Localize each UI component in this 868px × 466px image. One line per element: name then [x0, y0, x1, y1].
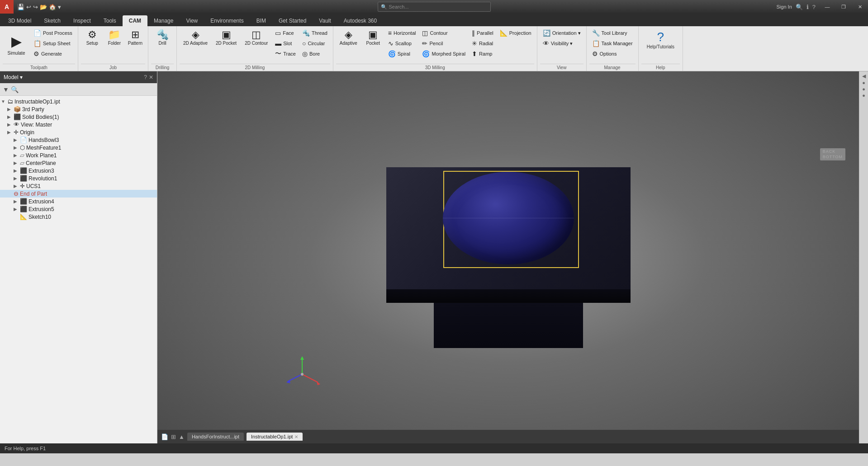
maximize-button[interactable]: ❐: [835, 0, 852, 14]
expand-view-master-icon[interactable]: ▶: [7, 122, 14, 127]
tab-inspect[interactable]: Inspect: [67, 15, 97, 26]
panel-title[interactable]: Model ▾: [4, 74, 23, 80]
expand-handsbowl3-icon[interactable]: ▶: [14, 137, 20, 142]
expand-revolution1-icon[interactable]: ▶: [14, 176, 20, 181]
quick-access-toolbar[interactable]: 💾 ↩ ↪ 📂 🏠 ▾: [14, 4, 65, 10]
close-button[interactable]: ✕: [852, 0, 868, 14]
tab-vault[interactable]: Vault: [313, 15, 337, 26]
open-icon[interactable]: 📂: [40, 4, 47, 10]
spiral-button[interactable]: 🌀 Spiral: [385, 49, 419, 59]
search-bar[interactable]: 🔍 Search...: [378, 2, 491, 12]
expand-3rd-party-icon[interactable]: ▶: [7, 107, 14, 112]
options-button[interactable]: ⚙ Options: [589, 49, 636, 59]
projection-button[interactable]: 📐 Projection: [497, 28, 534, 38]
scallop-button[interactable]: ∿ Scallop: [385, 38, 419, 48]
right-panel-icon-4[interactable]: ●: [862, 93, 865, 98]
tree-item-solid-bodies[interactable]: ▶ ⬛ Solid Bodies(1): [0, 113, 157, 121]
generate-button[interactable]: ⚙ Generate: [31, 49, 75, 59]
search-tree-icon[interactable]: 🔍: [11, 86, 19, 93]
viewport[interactable]: BACKBOTTOM: [157, 71, 859, 443]
window-controls[interactable]: — ❐ ✕: [819, 0, 868, 14]
tab-cam[interactable]: CAM: [123, 15, 147, 26]
pattern-button[interactable]: ⊞ Pattern: [125, 28, 145, 47]
nav-doc-icon[interactable]: 📄: [161, 433, 168, 440]
folder-button[interactable]: 📁 Folder: [104, 28, 124, 47]
bore-button[interactable]: ◎ Bore: [299, 49, 330, 59]
tab-hands-for-instruct[interactable]: HandsForInstruct...ipt: [187, 433, 244, 441]
radial-button[interactable]: ✳ Radial: [469, 38, 496, 48]
nav-grid-icon[interactable]: ⊞: [171, 433, 176, 440]
tab-instructable-op1[interactable]: InstructableOp1.ipt ✕: [247, 433, 303, 441]
tree-item-view-master[interactable]: ▶ 👁 View: Master: [0, 121, 157, 128]
expand-work-plane1-icon[interactable]: ▶: [14, 153, 20, 158]
tree-item-centerplane[interactable]: ▶ ▱ CenterPlane: [0, 159, 157, 167]
expand-solid-bodies-icon[interactable]: ▶: [7, 114, 14, 119]
tool-library-button[interactable]: 🔧 Tool Library: [589, 28, 636, 38]
expand-extrusion4-icon[interactable]: ▶: [14, 199, 20, 204]
search2-icon[interactable]: 🔍: [796, 4, 803, 10]
tree-item-handsbowl3[interactable]: ▶ 📄 HandsBowl3: [0, 136, 157, 144]
circular-button[interactable]: ○ Circular: [299, 38, 330, 48]
tab-tools[interactable]: Tools: [97, 15, 123, 26]
tree-item-meshfeature1[interactable]: ▶ ⬡ MeshFeature1: [0, 144, 157, 151]
expand-extrusion3-icon[interactable]: ▶: [14, 168, 20, 173]
setup-button[interactable]: ⚙ Setup: [81, 28, 104, 47]
drill-button[interactable]: 🔩 Drill: [151, 28, 174, 47]
help-tutorials-button[interactable]: ? Help/Tutorials: [641, 28, 680, 51]
ramp-button[interactable]: ⬆ Ramp: [469, 49, 496, 59]
redo-icon[interactable]: ↪: [33, 4, 38, 10]
tree-item-extrusion5[interactable]: ▶ ⬛ Extrusion5: [0, 205, 157, 213]
slot-button[interactable]: ▬ Slot: [272, 38, 299, 48]
expand-centerplane-icon[interactable]: ▶: [14, 160, 20, 165]
2d-contour-button[interactable]: ◫ 2D Contour: [241, 28, 271, 47]
tab-close-icon[interactable]: ✕: [294, 434, 298, 439]
tab-sketch[interactable]: Sketch: [38, 15, 67, 26]
trace-button[interactable]: 〜 Trace: [272, 49, 299, 59]
expand-meshfeature1-icon[interactable]: ▶: [14, 145, 20, 150]
help2-icon[interactable]: ?: [812, 4, 816, 10]
setup-sheet-button[interactable]: 📋 Setup Sheet: [31, 38, 75, 48]
tab-autodesk-360[interactable]: Autodesk 360: [337, 15, 383, 26]
tab-3d-model[interactable]: 3D Model: [2, 15, 38, 26]
minimize-button[interactable]: —: [819, 0, 835, 14]
save-icon[interactable]: 💾: [17, 4, 24, 10]
post-process-button[interactable]: 📄 Post Process: [31, 28, 75, 38]
right-panel-icon-3[interactable]: ●: [862, 86, 865, 92]
tree-item-instructable[interactable]: ▼ 🗂 InstructableOp1.ipt: [0, 98, 157, 105]
morphed-spiral-button[interactable]: 🌀 Morphed Spiral: [419, 49, 468, 59]
qa-dropdown-icon[interactable]: ▾: [58, 4, 61, 10]
tree-item-extrusion4[interactable]: ▶ ⬛ Extrusion4: [0, 198, 157, 205]
tab-environments[interactable]: Environments: [204, 15, 250, 26]
tab-view[interactable]: View: [180, 15, 204, 26]
tree-item-ucs1[interactable]: ▶ ✛ UCS1: [0, 182, 157, 190]
2d-adaptive-button[interactable]: ◈ 2D Adaptive: [180, 28, 211, 47]
home-icon[interactable]: 🏠: [49, 4, 56, 10]
tab-get-started[interactable]: Get Started: [272, 15, 313, 26]
horizontal-button[interactable]: ≡ Horizontal: [385, 28, 419, 38]
adaptive-button[interactable]: ◈ Adaptive: [336, 28, 361, 47]
tree-item-sketch10[interactable]: 📐 Sketch10: [0, 213, 157, 221]
expand-ucs1-icon[interactable]: ▶: [14, 184, 20, 188]
info-icon[interactable]: ℹ: [806, 4, 809, 10]
panel-help-icon[interactable]: ?: [144, 74, 147, 80]
tree-item-extrusion3[interactable]: ▶ ⬛ Extrusion3: [0, 167, 157, 174]
face-button[interactable]: ▭ Face: [272, 28, 299, 38]
task-manager-button[interactable]: 📋 Task Manager: [589, 38, 636, 48]
tree-item-end-of-part[interactable]: ⊖ End of Part: [0, 190, 157, 198]
pencil-button[interactable]: ✏ Pencil: [419, 38, 468, 48]
visibility-button[interactable]: 👁 Visibility ▾: [540, 38, 583, 48]
tree-item-3rd-party[interactable]: ▶ 📦 3rd Party: [0, 105, 157, 113]
pocket-button[interactable]: ▣ Pocket: [362, 28, 384, 47]
tab-bim[interactable]: BIM: [250, 15, 272, 26]
tab-manage[interactable]: Manage: [147, 15, 180, 26]
nav-chevron-icon[interactable]: ▲: [179, 433, 185, 440]
expand-instructable-icon[interactable]: ▼: [1, 99, 7, 104]
tree-item-origin[interactable]: ▶ ✛ Origin: [0, 128, 157, 136]
thread-button[interactable]: 🔩 Thread: [299, 28, 330, 38]
right-panel-icon-2[interactable]: ●: [862, 80, 865, 85]
contour-button[interactable]: ◫ Contour: [419, 28, 468, 38]
simulate-button[interactable]: ▶ Simulate: [3, 28, 30, 61]
expand-extrusion5-icon[interactable]: ▶: [14, 207, 20, 212]
2d-pocket-button[interactable]: ▣ 2D Pocket: [212, 28, 240, 47]
right-panel-icon-1[interactable]: ◀: [862, 73, 866, 79]
